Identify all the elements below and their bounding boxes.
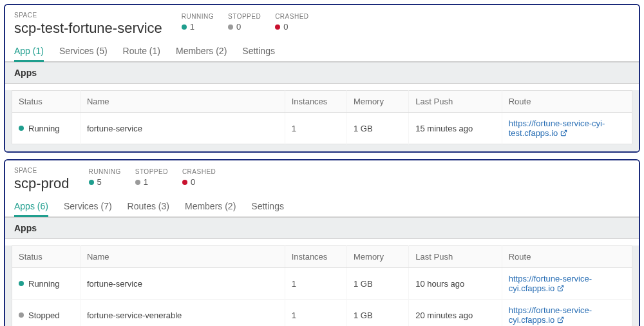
crashed-dot-icon: [182, 180, 187, 185]
col-memory[interactable]: Memory: [347, 91, 409, 113]
col-status[interactable]: Status: [12, 246, 80, 268]
status-text: Running: [28, 279, 59, 289]
app-last-push: 20 minutes ago: [409, 300, 502, 327]
stat-label: STOPPED: [135, 168, 168, 175]
status-cell: Running: [19, 124, 73, 133]
app-memory: 1 GB: [347, 113, 409, 144]
table-wrap: Status Name Instances Memory Last Push R…: [5, 245, 639, 326]
app-name[interactable]: fortune-service: [80, 113, 285, 144]
col-lastpush[interactable]: Last Push: [409, 91, 502, 113]
external-link-icon: [560, 129, 567, 137]
tab[interactable]: Apps (6): [14, 201, 48, 216]
status-dot-icon: [19, 126, 24, 131]
space-card: SPACE scp-prod RUNNING 5 STOPPED 1 CRASH…: [4, 159, 640, 326]
stat-value: 5: [97, 177, 102, 187]
space-label: SPACE: [14, 167, 70, 174]
stat-label: CRASHED: [275, 13, 308, 20]
space-title-block: SPACE scp-prod: [14, 167, 70, 192]
stat-label: RUNNING: [182, 13, 214, 20]
stat-running: RUNNING 5: [89, 168, 121, 187]
space-name: scp-test-fortune-service: [14, 20, 162, 37]
tab[interactable]: Services (7): [64, 201, 112, 216]
running-dot-icon: [89, 180, 94, 185]
status-cell: Running: [19, 279, 73, 289]
table-row: Stopped fortune-service-venerable 1 1 GB…: [12, 300, 632, 327]
external-link-icon: [557, 285, 564, 292]
tab[interactable]: App (1): [14, 46, 44, 61]
space-label: SPACE: [14, 12, 162, 19]
stat-label: CRASHED: [182, 168, 216, 175]
col-route[interactable]: Route: [502, 246, 632, 268]
stat-value: 1: [144, 177, 148, 187]
col-instances[interactable]: Instances: [285, 246, 346, 268]
space-stats: RUNNING 1 STOPPED 0 CRASHED 0: [182, 13, 309, 32]
col-status[interactable]: Status: [12, 91, 80, 113]
tab[interactable]: Members (2): [176, 46, 227, 61]
status-text: Running: [28, 124, 59, 133]
tab[interactable]: Route (1): [123, 46, 160, 61]
stat-running: RUNNING 1: [182, 13, 214, 32]
col-name[interactable]: Name: [80, 91, 285, 113]
col-memory[interactable]: Memory: [347, 246, 409, 268]
app-instances: 1: [285, 300, 346, 327]
apps-section-title: Apps: [5, 217, 639, 239]
tab[interactable]: Routes (3): [128, 201, 169, 216]
status-text: Stopped: [28, 311, 59, 320]
tab[interactable]: Settings: [242, 46, 275, 61]
stat-value: 0: [283, 22, 288, 32]
space-header: SPACE scp-prod RUNNING 5 STOPPED 1 CRASH…: [5, 160, 639, 192]
app-memory: 1 GB: [347, 268, 409, 300]
crashed-dot-icon: [275, 24, 280, 30]
app-last-push: 15 minutes ago: [409, 113, 502, 144]
table-wrap: Status Name Instances Memory Last Push R…: [5, 90, 639, 151]
stat-value: 0: [191, 177, 195, 187]
app-last-push: 10 hours ago: [409, 268, 502, 300]
apps-section-title: Apps: [5, 62, 639, 84]
tab[interactable]: Settings: [251, 201, 284, 216]
app-name[interactable]: fortune-service-venerable: [80, 300, 285, 327]
route-link[interactable]: https://fortune-service-cyi.cfapps.io: [509, 305, 592, 325]
route-link[interactable]: https://fortune-service-cyi-test.cfapps.…: [509, 119, 605, 138]
table-row: Running fortune-service 1 1 GB 10 hours …: [12, 268, 632, 300]
space-stats: RUNNING 5 STOPPED 1 CRASHED 0: [89, 168, 216, 187]
col-lastpush[interactable]: Last Push: [409, 246, 502, 268]
tab[interactable]: Members (2): [185, 201, 236, 216]
app-name[interactable]: fortune-service: [80, 268, 285, 300]
svg-line-2: [560, 317, 564, 320]
tabs: Apps (6)Services (7)Routes (3)Members (2…: [5, 192, 639, 217]
tabs: App (1)Services (5)Route (1)Members (2)S…: [5, 37, 639, 62]
space-card: SPACE scp-test-fortune-service RUNNING 1…: [4, 4, 640, 153]
stopped-dot-icon: [135, 180, 140, 185]
external-link-icon: [557, 316, 564, 323]
stat-crashed: CRASHED 0: [275, 13, 308, 32]
status-dot-icon: [19, 281, 24, 286]
col-name[interactable]: Name: [80, 246, 285, 268]
stat-stopped: STOPPED 0: [228, 13, 261, 32]
app-instances: 1: [285, 113, 346, 144]
stopped-dot-icon: [228, 24, 233, 30]
stat-crashed: CRASHED 0: [182, 168, 216, 187]
tab[interactable]: Services (5): [59, 46, 108, 61]
stat-label: STOPPED: [228, 13, 261, 20]
apps-table: Status Name Instances Memory Last Push R…: [12, 245, 632, 326]
app-instances: 1: [285, 268, 346, 300]
status-cell: Stopped: [19, 311, 73, 320]
stat-value: 1: [190, 22, 194, 32]
status-dot-icon: [19, 312, 24, 318]
col-route[interactable]: Route: [502, 91, 632, 113]
svg-line-1: [560, 285, 564, 289]
stat-stopped: STOPPED 1: [135, 168, 168, 187]
stat-value: 0: [236, 22, 241, 32]
space-header: SPACE scp-test-fortune-service RUNNING 1…: [5, 5, 639, 37]
app-memory: 1 GB: [347, 300, 409, 327]
table-row: Running fortune-service 1 1 GB 15 minute…: [12, 113, 632, 144]
space-name: scp-prod: [14, 175, 70, 192]
route-link[interactable]: https://fortune-service-cyi.cfapps.io: [509, 274, 592, 293]
svg-line-0: [564, 130, 567, 133]
col-instances[interactable]: Instances: [285, 91, 346, 113]
running-dot-icon: [182, 24, 187, 30]
stat-label: RUNNING: [89, 168, 121, 175]
apps-table: Status Name Instances Memory Last Push R…: [12, 90, 632, 144]
space-title-block: SPACE scp-test-fortune-service: [14, 12, 162, 37]
